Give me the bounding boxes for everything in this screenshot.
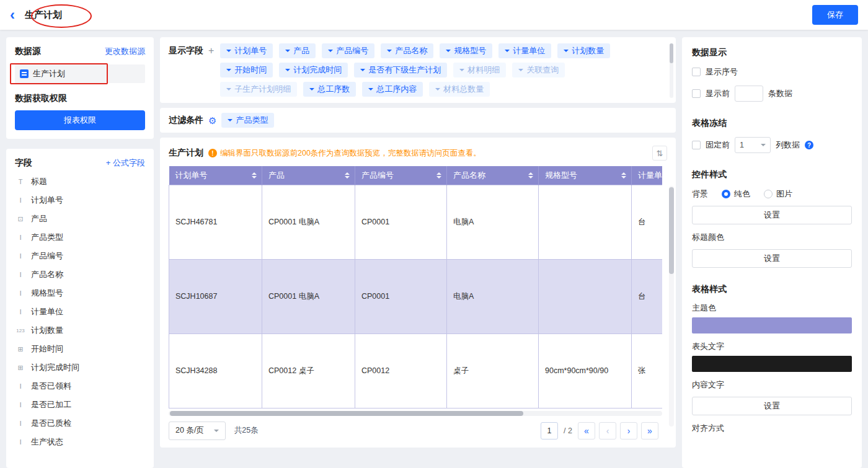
add-formula-field-link[interactable]: + 公式字段 — [106, 157, 145, 169]
field-item[interactable]: Ⅰ 产品名称 — [15, 265, 145, 284]
datasource-item[interactable]: 生产计划 — [15, 64, 145, 83]
table-cell: CP0001 电脑A — [262, 185, 355, 259]
back-icon[interactable]: ‹ — [10, 7, 15, 22]
chevron-down-icon — [226, 69, 231, 74]
chevron-down-icon — [761, 144, 766, 149]
display-field-tag[interactable]: 材料总数量 — [429, 82, 490, 97]
table-row[interactable]: SCJH46781CP0001 电脑ACP0001电脑A台 — [169, 185, 663, 259]
data-display-title: 数据显示 — [692, 47, 852, 58]
freeze-checkbox[interactable] — [692, 141, 701, 149]
field-item[interactable]: Ⅰ 是否已加工 — [15, 395, 145, 414]
table-row[interactable]: SCJH34288CP0012 桌子CP0012桌子90cm*90cm*90/9… — [169, 333, 663, 408]
column-header[interactable]: 产品名称 — [447, 166, 539, 185]
field-item[interactable]: ⊞ 计划完成时间 — [15, 358, 145, 377]
save-button[interactable]: 保存 — [812, 5, 858, 25]
report-permission-button[interactable]: 报表权限 — [15, 110, 145, 130]
freeze-count-select[interactable]: 1 — [735, 137, 771, 153]
page-size-value: 20 条/页 — [175, 425, 204, 436]
display-field-tag[interactable]: 开始时间 — [220, 63, 273, 77]
field-item[interactable]: T 标题 — [15, 172, 145, 191]
tag-label: 开始时间 — [234, 64, 267, 76]
field-label: 生产状态 — [31, 436, 63, 448]
display-field-tag[interactable]: 材料明细 — [453, 63, 506, 77]
show-first-checkbox[interactable] — [692, 89, 701, 98]
column-sort-icon[interactable] — [528, 172, 533, 179]
field-item[interactable]: Ⅰ 规格型号 — [15, 284, 145, 302]
prev-page-button[interactable]: ‹ — [599, 422, 616, 439]
display-field-tag[interactable]: 子生产计划明细 — [220, 82, 297, 97]
field-type-icon: ⊞ — [15, 364, 26, 372]
field-item[interactable]: Ⅰ 生产状态 — [15, 433, 145, 451]
display-field-tag[interactable]: 关联查询 — [512, 63, 565, 77]
show-index-checkbox[interactable] — [692, 68, 701, 76]
column-header[interactable]: 产品编号 — [355, 166, 447, 185]
header-text-color-swatch[interactable] — [692, 356, 852, 372]
vertical-scrollbar[interactable] — [669, 187, 674, 274]
chevron-down-icon — [226, 50, 231, 55]
image-radio[interactable] — [764, 190, 773, 198]
pager-nav: «‹›» — [578, 422, 658, 439]
field-item[interactable]: Ⅰ 产品类型 — [15, 228, 145, 247]
field-label: 产品名称 — [31, 269, 63, 280]
help-icon[interactable]: ? — [805, 141, 813, 149]
column-header[interactable]: 规格型号 — [539, 166, 632, 185]
field-item[interactable]: Ⅰ 计量单位 — [15, 302, 145, 321]
theme-color-swatch[interactable] — [692, 317, 852, 333]
current-page-input[interactable]: 1 — [541, 422, 558, 439]
background-label: 背景 — [692, 188, 708, 200]
filter-tag[interactable]: 产品类型 — [221, 113, 274, 128]
show-first-count-input[interactable] — [735, 86, 763, 102]
tag-label: 产品编号 — [336, 45, 368, 56]
column-header[interactable]: 计划单号 — [169, 166, 262, 185]
field-item[interactable]: Ⅰ 产品编号 — [15, 247, 145, 265]
field-item[interactable]: ⊞ 开始时间 — [15, 340, 145, 358]
field-type-icon: 123 — [15, 328, 26, 333]
sort-order-icon[interactable]: ⇅ — [652, 146, 667, 161]
field-type-icon: Ⅰ — [15, 401, 26, 409]
display-field-tag[interactable]: 计划完成时间 — [279, 63, 348, 77]
display-field-tag[interactable]: 规格型号 — [440, 43, 492, 58]
column-header[interactable]: 计量单位 — [632, 166, 663, 185]
horizontal-scrollbar[interactable] — [170, 411, 523, 416]
table-row[interactable]: SCJH10687CP0001 电脑ACP0001电脑A台 — [169, 259, 663, 333]
display-field-tag[interactable]: 计划数量 — [557, 43, 610, 58]
content-text-setting-button[interactable]: 设置 — [692, 397, 852, 415]
column-sort-icon[interactable] — [252, 172, 257, 179]
field-item[interactable]: Ⅰ 是否已质检 — [15, 414, 145, 433]
display-field-tag[interactable]: 产品名称 — [381, 43, 433, 58]
top-bar: ‹ 生产计划 保存 — [0, 0, 868, 30]
display-field-tag[interactable]: 计量单位 — [498, 43, 551, 58]
field-item[interactable]: 123 计划数量 — [15, 321, 145, 340]
column-sort-icon[interactable] — [621, 172, 626, 179]
table-cell — [539, 259, 632, 333]
display-field-tag[interactable]: 总工序数 — [303, 82, 356, 97]
table-header-row: 计划单号产品产品编号产品名称规格型号计量单位 — [169, 166, 663, 185]
page-size-select[interactable]: 20 条/页 — [169, 422, 226, 440]
vertical-scrollbar[interactable] — [670, 43, 673, 63]
field-item[interactable]: ⊡ 产品 — [15, 210, 145, 228]
last-page-button[interactable]: » — [641, 422, 658, 439]
field-item[interactable]: Ⅰ 计划单号 — [15, 191, 145, 210]
field-item[interactable]: Ⅰ 是否已领料 — [15, 377, 145, 395]
chevron-down-icon — [228, 119, 232, 124]
add-field-icon[interactable]: + — [208, 45, 214, 56]
column-header[interactable]: 产品 — [262, 166, 355, 185]
column-sort-icon[interactable] — [345, 172, 350, 179]
solid-color-radio[interactable] — [722, 190, 730, 198]
display-field-tag[interactable]: 计划单号 — [220, 43, 273, 58]
display-field-tag[interactable]: 是否有下级生产计划 — [354, 63, 447, 77]
first-page-button[interactable]: « — [578, 422, 595, 439]
change-datasource-link[interactable]: 更改数据源 — [105, 46, 145, 57]
display-field-tag[interactable]: 产品编号 — [322, 43, 374, 58]
column-sort-icon[interactable] — [436, 172, 441, 179]
background-setting-button[interactable]: 设置 — [692, 206, 852, 224]
chevron-down-icon — [214, 430, 219, 435]
next-page-button[interactable]: › — [620, 422, 637, 439]
display-field-tag[interactable]: 产品 — [279, 43, 316, 58]
header-text-label: 表头文字 — [692, 341, 852, 352]
title-color-setting-button[interactable]: 设置 — [692, 249, 852, 268]
display-field-tag[interactable]: 总工序内容 — [362, 82, 423, 97]
fields-panel: 字段 + 公式字段 T 标题 Ⅰ 计划单号 ⊡ 产品 Ⅰ 产品类型 Ⅰ 产品编号… — [6, 149, 154, 468]
gear-icon[interactable]: ⚙ — [208, 116, 216, 125]
field-label: 计划数量 — [31, 325, 63, 336]
